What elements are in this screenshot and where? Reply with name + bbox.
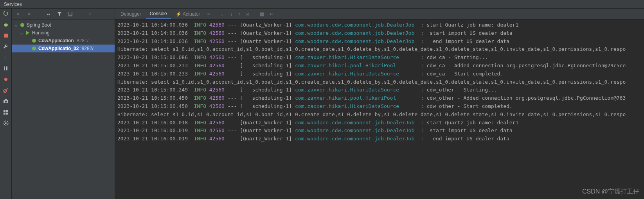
- svg-line-23: [4, 121, 5, 122]
- tab-actuator[interactable]: ⚡Actuator: [172, 10, 204, 18]
- tree-toolbar: ≡ ≡ ▪▪ ＋: [12, 9, 115, 20]
- panel-title-bar: Services: [0, 0, 644, 9]
- actuator-icon: ⚡: [176, 11, 182, 17]
- svg-line-25: [4, 124, 5, 125]
- tree-app-port: :8282/: [80, 46, 93, 51]
- add-icon[interactable]: ＋: [87, 11, 93, 17]
- svg-point-18: [5, 122, 7, 124]
- group-icon[interactable]: ▪▪: [45, 11, 52, 17]
- svg-rect-15: [6, 110, 8, 112]
- tree-app-0[interactable]: CdwApplication :8281/: [12, 37, 115, 45]
- svg-point-8: [4, 78, 7, 81]
- red-dot-icon[interactable]: [2, 76, 9, 83]
- svg-rect-17: [6, 113, 8, 115]
- tree-app-port: :8281/: [76, 38, 88, 43]
- pause-icon[interactable]: [2, 65, 9, 72]
- layout-icon[interactable]: [2, 109, 9, 116]
- mute-bp-icon[interactable]: [2, 87, 9, 94]
- chevron-down-icon: ⌄: [20, 30, 23, 36]
- down-icon[interactable]: ↓: [228, 11, 235, 17]
- tree-app-name: CdwApplication: [38, 38, 74, 43]
- spring-icon: [20, 22, 25, 28]
- tree-running[interactable]: ⌄ Running: [12, 29, 115, 37]
- play-icon: [25, 30, 31, 36]
- svg-rect-16: [4, 113, 5, 115]
- console-tabs-bar: Debugger Console ⚡Actuator ≡ ⭳ ↓ ↑ ⨯ ▦ ↩: [115, 9, 644, 20]
- svg-point-13: [5, 101, 7, 103]
- tree-running-label: Running: [32, 30, 50, 36]
- svg-rect-14: [4, 110, 5, 112]
- svg-rect-6: [4, 66, 5, 70]
- tree-app-1[interactable]: CdwApplicatio_02 :8282/: [12, 45, 115, 52]
- spring-leaf-icon: [31, 38, 37, 43]
- chevron-down-icon: ⌄: [14, 22, 18, 28]
- wrench-icon[interactable]: [2, 43, 9, 50]
- svg-rect-12: [5, 99, 7, 100]
- soft-wrap-icon[interactable]: ≡: [205, 11, 212, 17]
- gear-icon[interactable]: [2, 120, 9, 127]
- bookmark-icon[interactable]: [67, 11, 74, 17]
- up-icon[interactable]: ↑: [236, 11, 243, 17]
- tree-root-label: Spring Boot: [27, 22, 51, 28]
- left-icon-bar: ▷: [0, 9, 12, 199]
- spring-leaf-icon: [31, 46, 37, 51]
- camera-icon[interactable]: [2, 98, 9, 105]
- collapse-all-icon[interactable]: ≡: [26, 11, 32, 17]
- svg-point-27: [20, 23, 24, 27]
- rerun-icon[interactable]: [2, 10, 9, 17]
- svg-rect-7: [6, 66, 7, 70]
- svg-point-0: [4, 23, 7, 27]
- step-over-icon[interactable]: ▷: [2, 54, 9, 61]
- svg-point-28: [32, 39, 36, 43]
- expand-all-icon[interactable]: ≡: [15, 11, 21, 17]
- tab-console[interactable]: Console: [146, 9, 171, 19]
- svg-point-29: [32, 47, 36, 50]
- bug-icon[interactable]: [2, 21, 9, 28]
- wrap-icon[interactable]: ↩: [267, 11, 276, 17]
- clear-icon[interactable]: ⨯: [243, 11, 252, 17]
- filter-icon[interactable]: [56, 11, 63, 17]
- stop-icon[interactable]: [2, 32, 9, 39]
- tab-debugger[interactable]: Debugger: [117, 10, 145, 18]
- main-area: ▷ ≡ ≡ ▪▪ ＋ ⌄ Spring Boot ⌄: [0, 9, 644, 199]
- svg-line-10: [4, 88, 8, 92]
- console-output[interactable]: 2023-10-21 10:14:00.036 INFO 42560 --- […: [115, 20, 644, 199]
- panel-title: Services: [4, 2, 22, 7]
- scroll-end-icon[interactable]: ⭳: [218, 11, 227, 17]
- svg-rect-5: [4, 34, 8, 38]
- services-tree: ⌄ Spring Boot ⌄ Running CdwApplication :…: [12, 20, 115, 199]
- tree-app-name: CdwApplicatio_02: [38, 46, 79, 51]
- services-tree-panel: ≡ ≡ ▪▪ ＋ ⌄ Spring Boot ⌄ Running: [12, 9, 115, 199]
- grid-icon[interactable]: ▦: [257, 11, 266, 17]
- right-panel: Debugger Console ⚡Actuator ≡ ⭳ ↓ ↑ ⨯ ▦ ↩…: [115, 9, 644, 199]
- svg-line-24: [7, 124, 8, 125]
- tree-root[interactable]: ⌄ Spring Boot: [12, 21, 115, 29]
- svg-line-26: [7, 121, 8, 122]
